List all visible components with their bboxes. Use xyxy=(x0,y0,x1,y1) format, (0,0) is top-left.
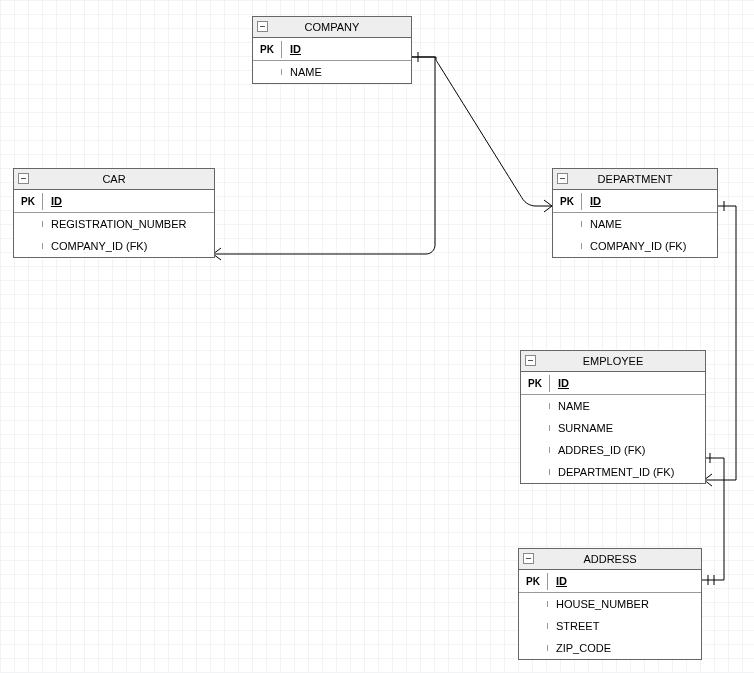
pk-field: ID xyxy=(550,374,705,392)
entity-title: DEPARTMENT xyxy=(598,173,673,185)
field-name: HOUSE_NUMBER xyxy=(548,595,701,613)
entity-header-employee[interactable]: EMPLOYEE xyxy=(521,351,705,372)
rel-company-car xyxy=(213,57,435,254)
field-name: REGISTRATION_NUMBER xyxy=(43,215,214,233)
pk-row: PK ID xyxy=(253,38,411,61)
pk-label: PK xyxy=(553,193,582,210)
entity-title: ADDRESS xyxy=(583,553,636,565)
entity-title: EMPLOYEE xyxy=(583,355,644,367)
pk-label: PK xyxy=(14,193,43,210)
field-row: ZIP_CODE xyxy=(519,637,701,659)
collapse-icon[interactable] xyxy=(257,21,268,32)
diagram-canvas[interactable]: COMPANY PK ID NAME CAR PK ID REGISTRATIO… xyxy=(0,0,754,673)
entity-address[interactable]: ADDRESS PK ID HOUSE_NUMBER STREET ZIP_CO… xyxy=(518,548,702,660)
field-row: DEPARTMENT_ID (FK) xyxy=(521,461,705,483)
field-name: NAME xyxy=(282,63,411,81)
field-row: HOUSE_NUMBER xyxy=(519,593,701,615)
pk-row: PK ID xyxy=(14,190,214,213)
field-name: COMPANY_ID (FK) xyxy=(582,237,717,255)
field-row: COMPANY_ID (FK) xyxy=(14,235,214,257)
collapse-icon[interactable] xyxy=(557,173,568,184)
field-row: STREET xyxy=(519,615,701,637)
field-name: SURNAME xyxy=(550,419,705,437)
field-row: NAME xyxy=(553,213,717,235)
field-name: ZIP_CODE xyxy=(548,639,701,657)
entity-title: CAR xyxy=(102,173,125,185)
pk-label: PK xyxy=(253,41,282,58)
field-row: COMPANY_ID (FK) xyxy=(553,235,717,257)
entity-header-company[interactable]: COMPANY xyxy=(253,17,411,38)
entity-department[interactable]: DEPARTMENT PK ID NAME COMPANY_ID (FK) xyxy=(552,168,718,258)
rel-company-department xyxy=(410,57,552,206)
pk-field: ID xyxy=(582,192,717,210)
field-row: NAME xyxy=(521,395,705,417)
pk-label: PK xyxy=(521,375,550,392)
field-name: ADDRES_ID (FK) xyxy=(550,441,705,459)
field-name: COMPANY_ID (FK) xyxy=(43,237,214,255)
field-row: REGISTRATION_NUMBER xyxy=(14,213,214,235)
entity-employee[interactable]: EMPLOYEE PK ID NAME SURNAME ADDRES_ID (F… xyxy=(520,350,706,484)
crowfoot-department xyxy=(544,200,552,212)
field-row: ADDRES_ID (FK) xyxy=(521,439,705,461)
entity-company[interactable]: COMPANY PK ID NAME xyxy=(252,16,412,84)
entity-header-car[interactable]: CAR xyxy=(14,169,214,190)
pk-field: ID xyxy=(548,572,701,590)
entity-header-department[interactable]: DEPARTMENT xyxy=(553,169,717,190)
pk-row: PK ID xyxy=(553,190,717,213)
entity-header-address[interactable]: ADDRESS xyxy=(519,549,701,570)
collapse-icon[interactable] xyxy=(525,355,536,366)
field-name: NAME xyxy=(582,215,717,233)
field-name: NAME xyxy=(550,397,705,415)
entity-title: COMPANY xyxy=(305,21,360,33)
pk-row: PK ID xyxy=(521,372,705,395)
entity-car[interactable]: CAR PK ID REGISTRATION_NUMBER COMPANY_ID… xyxy=(13,168,215,258)
pk-label: PK xyxy=(519,573,548,590)
pk-field: ID xyxy=(43,192,214,210)
collapse-icon[interactable] xyxy=(18,173,29,184)
field-name: STREET xyxy=(548,617,701,635)
pk-field: ID xyxy=(282,40,411,58)
pk-row: PK ID xyxy=(519,570,701,593)
field-row: NAME xyxy=(253,61,411,83)
field-row: SURNAME xyxy=(521,417,705,439)
field-name: DEPARTMENT_ID (FK) xyxy=(550,463,705,481)
collapse-icon[interactable] xyxy=(523,553,534,564)
